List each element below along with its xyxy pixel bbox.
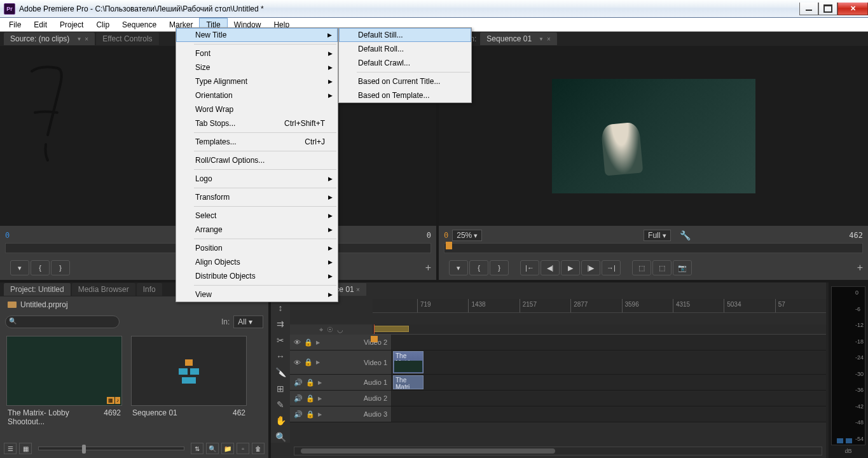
source-tab[interactable]: Source: (no clips)▼× — [4, 32, 95, 45]
lock-icon[interactable]: 🔒 — [306, 378, 315, 387]
track-header[interactable]: 🔊🔒▶Audio 2 — [290, 391, 392, 406]
sort-button[interactable]: ⇅ — [191, 443, 203, 454]
source-tc-in[interactable]: 0 — [5, 231, 10, 240]
track-lane[interactable]: The Matri — [392, 350, 826, 374]
title-menu-item[interactable]: Tab Stops...Ctrl+Shift+T — [176, 116, 338, 130]
lock-icon[interactable]: 🔒 — [306, 410, 315, 419]
new-item-button[interactable]: ▫ — [237, 443, 249, 454]
track-header[interactable]: 🔊🔒▶Audio 3 — [290, 406, 392, 422]
program-monitor[interactable] — [439, 46, 868, 226]
track-lane[interactable] — [392, 335, 826, 350]
project-tab[interactable]: Project: Untitled — [4, 283, 71, 296]
rate-stretch-tool-icon[interactable]: ↔ — [275, 351, 286, 362]
zoom-tool-icon[interactable]: 🔍 — [275, 432, 286, 443]
eye-icon[interactable]: 👁 — [294, 338, 301, 346]
resolution-dropdown[interactable]: Full ▾ — [644, 230, 670, 241]
source-tc-out[interactable]: 0 — [427, 231, 431, 240]
clip-thumbnail-1[interactable]: ▦♪ The Matrix- Lobby Shootout...4692 — [6, 336, 122, 429]
title-menu-item[interactable]: Align Objects▶ — [176, 255, 338, 269]
media-browser-tab[interactable]: Media Browser — [72, 283, 135, 296]
title-menu-item[interactable]: Distribute Objects▶ — [176, 269, 338, 283]
selection-tool-icon[interactable]: ↕ — [275, 303, 286, 314]
pen-tool-icon[interactable]: ✎ — [275, 399, 286, 410]
speaker-icon[interactable]: 🔊 — [294, 394, 303, 403]
track-header[interactable]: 🔊🔒▶Audio 1 — [290, 375, 392, 390]
program-tab[interactable]: Sequence 01▼× — [480, 32, 557, 45]
title-menu-item[interactable]: Orientation▶ — [176, 88, 338, 102]
program-ruler[interactable] — [444, 243, 863, 253]
add-marker-button[interactable]: ▾ — [449, 260, 468, 275]
in-filter-dropdown[interactable]: All ▾ — [233, 316, 263, 328]
title-menu-item[interactable]: Templates...Ctrl+J — [176, 135, 338, 149]
in-point-button[interactable]: { — [31, 260, 50, 275]
lock-icon[interactable]: 🔒 — [304, 338, 313, 347]
title-menu-item[interactable]: New Title▶ — [176, 28, 338, 42]
program-tc-current[interactable]: 0 — [444, 231, 448, 240]
expand-icon[interactable]: ▶ — [318, 396, 322, 401]
lock-icon[interactable]: 🔒 — [306, 394, 315, 403]
settings-wrench-icon[interactable]: 🔧 — [680, 230, 691, 240]
razor-tool-icon[interactable]: 🔪 — [275, 367, 286, 378]
newtitle-submenu-item[interactable]: Default Still... — [339, 28, 471, 42]
title-menu-item[interactable]: Select▶ — [176, 209, 338, 223]
play-button[interactable]: ▶ — [561, 260, 580, 275]
newtitle-submenu-item[interactable]: Based on Template... — [339, 88, 471, 102]
minimize-button[interactable] — [799, 3, 818, 15]
new-bin-button[interactable]: 📁 — [221, 443, 234, 454]
timeline-clip[interactable]: The Matri — [393, 375, 424, 389]
track-select-tool-icon[interactable]: ⇉ — [275, 319, 286, 330]
newtitle-submenu-item[interactable]: Default Roll... — [339, 42, 471, 56]
timeline-hscrollbar[interactable] — [294, 447, 822, 455]
menu-clip[interactable]: Clip — [90, 18, 116, 31]
step-forward-button[interactable]: |▶ — [581, 260, 600, 275]
title-menu-item[interactable]: Transform▶ — [176, 190, 338, 204]
go-to-out-button[interactable]: →| — [602, 260, 621, 275]
speaker-icon[interactable]: 🔊 — [294, 378, 303, 387]
ripple-edit-tool-icon[interactable]: ✂ — [275, 335, 286, 346]
title-menu-item[interactable]: Position▶ — [176, 241, 338, 255]
title-menu-item[interactable]: Size▶ — [176, 60, 338, 74]
expand-icon[interactable]: ▶ — [316, 340, 320, 345]
menu-sequence[interactable]: Sequence — [116, 18, 163, 31]
title-menu-item[interactable]: Font▶ — [176, 46, 338, 60]
step-back-button[interactable]: ◀| — [541, 260, 560, 275]
expand-icon[interactable]: ▶ — [318, 412, 322, 417]
timeline-playhead[interactable] — [374, 324, 375, 334]
menu-edit[interactable]: Edit — [27, 18, 53, 31]
linked-selection-icon[interactable]: ☉ — [327, 326, 333, 334]
menu-file[interactable]: File — [3, 18, 27, 31]
find-button[interactable]: 🔍 — [206, 443, 219, 454]
title-menu-item[interactable]: View▶ — [176, 288, 338, 302]
timeline-timecode[interactable] — [290, 299, 373, 324]
zoom-dropdown[interactable]: 25% ▾ — [452, 230, 482, 241]
info-tab[interactable]: Info — [137, 283, 162, 296]
menu-project[interactable]: Project — [53, 18, 90, 31]
expand-icon[interactable]: ▶ — [316, 359, 320, 365]
title-menu-item[interactable]: Logo▶ — [176, 172, 338, 186]
track-lane[interactable] — [392, 391, 826, 406]
eye-icon[interactable]: 👁 — [294, 359, 301, 366]
add-transport-button-icon[interactable]: + — [857, 262, 863, 274]
timeline-ruler[interactable]: 71914382157287735964315503457 — [373, 299, 826, 313]
overview-range[interactable] — [374, 326, 409, 332]
delete-button[interactable]: 🗑 — [252, 443, 265, 454]
list-view-button[interactable]: ☰ — [4, 443, 17, 454]
program-tc-duration[interactable]: 462 — [849, 231, 863, 240]
track-lane[interactable]: The Matri — [392, 375, 826, 390]
extract-button[interactable]: ⬚ — [652, 260, 672, 275]
out-point-button[interactable]: } — [51, 260, 70, 275]
add-button-icon[interactable]: + — [425, 262, 431, 274]
track-lane[interactable] — [392, 406, 826, 422]
mark-in-button[interactable]: { — [469, 260, 488, 275]
lift-button[interactable]: ⬚ — [632, 260, 651, 275]
lock-icon[interactable]: 🔒 — [304, 358, 313, 366]
title-menu-item[interactable]: Roll/Crawl Options... — [176, 153, 338, 167]
zoom-slider[interactable] — [38, 447, 184, 450]
title-menu-item[interactable]: Arrange▶ — [176, 223, 338, 237]
effect-controls-tab[interactable]: Effect Controls — [96, 32, 158, 45]
title-menu-item[interactable]: Word Wrap — [176, 102, 338, 116]
slip-tool-icon[interactable]: ⊞ — [275, 384, 286, 394]
newtitle-submenu-item[interactable]: Default Crawl... — [339, 56, 471, 70]
export-frame-button[interactable]: 📷 — [673, 260, 692, 275]
newtitle-submenu-item[interactable]: Based on Current Title... — [339, 74, 471, 88]
